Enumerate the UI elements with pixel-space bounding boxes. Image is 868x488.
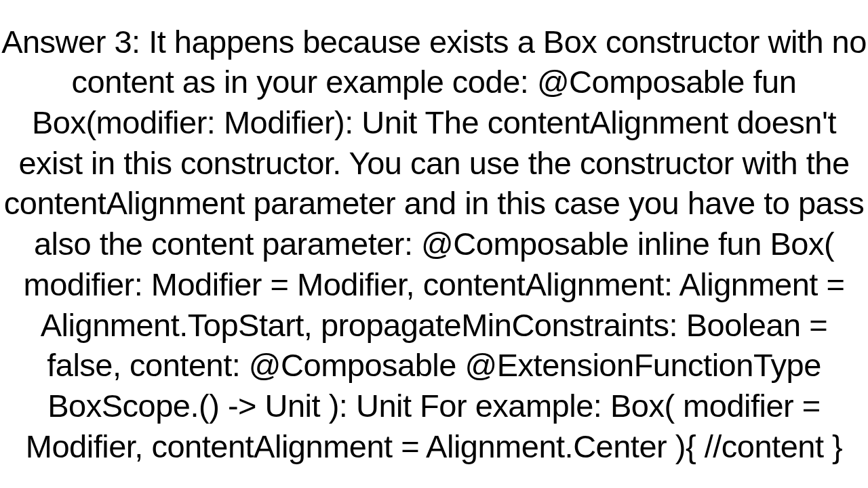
answer-text: Answer 3: It happens because exists a Bo…	[0, 22, 868, 467]
